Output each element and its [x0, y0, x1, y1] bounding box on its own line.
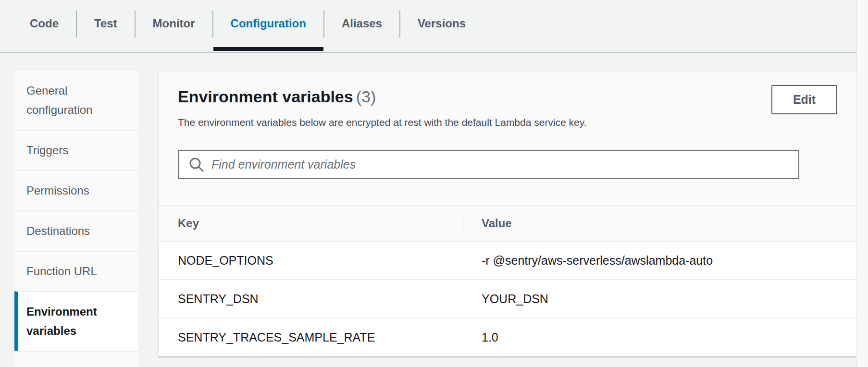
sidebar-item-triggers[interactable]: Triggers — [14, 130, 138, 170]
environment-variables-panel: Environment variables(3) Edit The enviro… — [159, 72, 856, 357]
sidebar-item-function-url[interactable]: Function URL — [14, 251, 138, 291]
sidebar-item-permissions[interactable]: Permissions — [14, 170, 138, 210]
scrollbar-track[interactable] — [856, 0, 868, 367]
panel-header: Environment variables(3) Edit The enviro… — [159, 72, 856, 130]
env-var-key: NODE_OPTIONS — [159, 254, 462, 268]
table-header-row: Key Value — [159, 205, 856, 242]
configuration-sidebar: General configuration Triggers Permissio… — [14, 71, 138, 367]
tab-list: Code Test Monitor Configuration Aliases … — [12, 0, 483, 51]
variable-count-badge: (3) — [356, 87, 376, 106]
table-row: SENTRY_TRACES_SAMPLE_RATE 1.0 — [159, 318, 856, 357]
env-var-value: -r @sentry/aws-serverless/awslambda-auto — [462, 254, 856, 268]
tab-configuration[interactable]: Configuration — [213, 0, 323, 51]
search-box — [178, 150, 799, 179]
tabbar-bottom-rule — [0, 52, 856, 53]
tab-versions[interactable]: Versions — [400, 0, 483, 51]
tab-test[interactable]: Test — [77, 0, 135, 51]
function-tabbar: Code Test Monitor Configuration Aliases … — [0, 0, 868, 54]
env-vars-table: Key Value NODE_OPTIONS -r @sentry/aws-se… — [159, 205, 856, 357]
table-row: NODE_OPTIONS -r @sentry/aws-serverless/a… — [159, 242, 856, 280]
env-var-key: SENTRY_DSN — [159, 292, 462, 306]
column-header-value: Value — [462, 217, 856, 230]
panel-title: Environment variables(3) — [178, 86, 837, 108]
table-row: SENTRY_DSN YOUR_DSN — [159, 280, 856, 318]
search-input[interactable] — [178, 150, 799, 179]
env-var-value: YOUR_DSN — [462, 292, 856, 306]
column-header-key: Key — [159, 217, 462, 230]
tab-monitor[interactable]: Monitor — [136, 0, 212, 51]
env-var-key: SENTRY_TRACES_SAMPLE_RATE — [159, 330, 462, 344]
sidebar-item-general-configuration[interactable]: General configuration — [14, 71, 138, 130]
sidebar-item-tags[interactable]: Tags — [14, 351, 138, 367]
edit-button[interactable]: Edit — [771, 85, 837, 114]
tab-aliases[interactable]: Aliases — [324, 0, 399, 51]
env-var-value: 1.0 — [462, 330, 856, 344]
panel-title-text: Environment variables — [178, 87, 353, 106]
tab-code[interactable]: Code — [12, 0, 76, 51]
sidebar-item-destinations[interactable]: Destinations — [14, 210, 138, 251]
sidebar-item-environment-variables[interactable]: Environment variables — [14, 291, 138, 351]
panel-description: The environment variables below are encr… — [178, 115, 837, 130]
